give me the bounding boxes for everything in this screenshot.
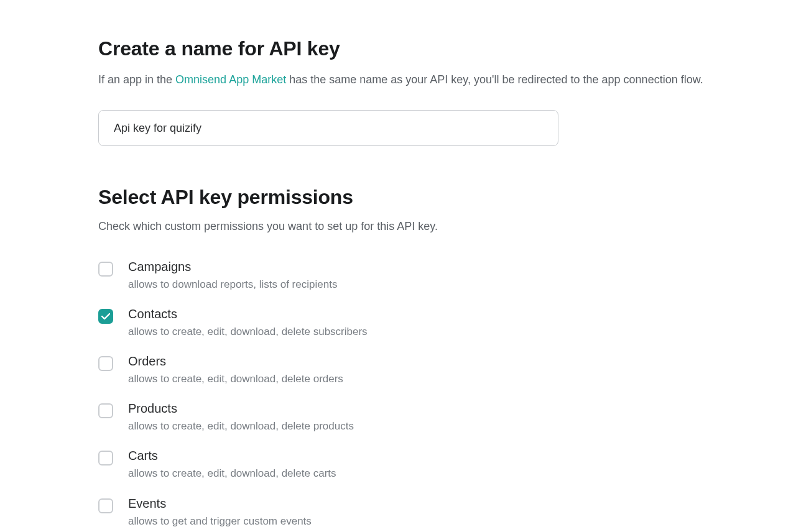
permission-row-events: Events allows to get and trigger custom … — [98, 497, 796, 528]
permission-desc: allows to create, edit, download, delete… — [128, 420, 354, 433]
permission-title: Campaigns — [128, 260, 337, 273]
permission-title: Products — [128, 402, 354, 415]
permission-text-contacts: Contacts allows to create, edit, downloa… — [128, 308, 368, 339]
permission-text-campaigns: Campaigns allows to download reports, li… — [128, 260, 337, 291]
api-key-name-input[interactable] — [98, 110, 558, 146]
permission-desc: allows to download reports, lists of rec… — [128, 278, 337, 291]
permission-desc: allows to get and trigger custom events — [128, 515, 312, 528]
permission-row-orders: Orders allows to create, edit, download,… — [98, 355, 796, 386]
permission-text-products: Products allows to create, edit, downloa… — [128, 402, 354, 433]
permission-row-campaigns: Campaigns allows to download reports, li… — [98, 260, 796, 291]
permission-text-events: Events allows to get and trigger custom … — [128, 497, 312, 528]
permission-desc: allows to create, edit, download, delete… — [128, 467, 336, 480]
create-name-heading: Create a name for API key — [98, 37, 796, 60]
permission-title: Carts — [128, 449, 336, 462]
permission-row-contacts: Contacts allows to create, edit, downloa… — [98, 308, 796, 339]
permission-desc: allows to create, edit, download, delete… — [128, 372, 343, 386]
permission-title: Orders — [128, 355, 343, 367]
permission-checkbox-contacts[interactable] — [98, 309, 113, 324]
permissions-list: Campaigns allows to download reports, li… — [98, 260, 796, 528]
permission-text-carts: Carts allows to create, edit, download, … — [128, 449, 336, 480]
intro-text: If an app in the Omnisend App Market has… — [98, 71, 796, 88]
permission-text-orders: Orders allows to create, edit, download,… — [128, 355, 343, 386]
check-icon — [101, 313, 110, 320]
api-key-form: Create a name for API key If an app in t… — [0, 0, 796, 528]
permission-row-products: Products allows to create, edit, downloa… — [98, 402, 796, 433]
app-market-link[interactable]: Omnisend App Market — [175, 73, 286, 86]
permission-row-carts: Carts allows to create, edit, download, … — [98, 449, 796, 480]
permission-checkbox-carts[interactable] — [98, 451, 113, 466]
permission-title: Events — [128, 497, 312, 510]
permission-checkbox-products[interactable] — [98, 403, 113, 418]
permissions-subtext: Check which custom permissions you want … — [98, 220, 796, 233]
intro-before: If an app in the — [98, 73, 175, 86]
permission-checkbox-campaigns[interactable] — [98, 262, 113, 277]
permission-desc: allows to create, edit, download, delete… — [128, 325, 368, 339]
intro-after: has the same name as your API key, you'l… — [286, 73, 703, 86]
permission-checkbox-events[interactable] — [98, 498, 113, 513]
permissions-heading: Select API key permissions — [98, 186, 796, 209]
permission-checkbox-orders[interactable] — [98, 356, 113, 371]
permission-title: Contacts — [128, 308, 368, 320]
